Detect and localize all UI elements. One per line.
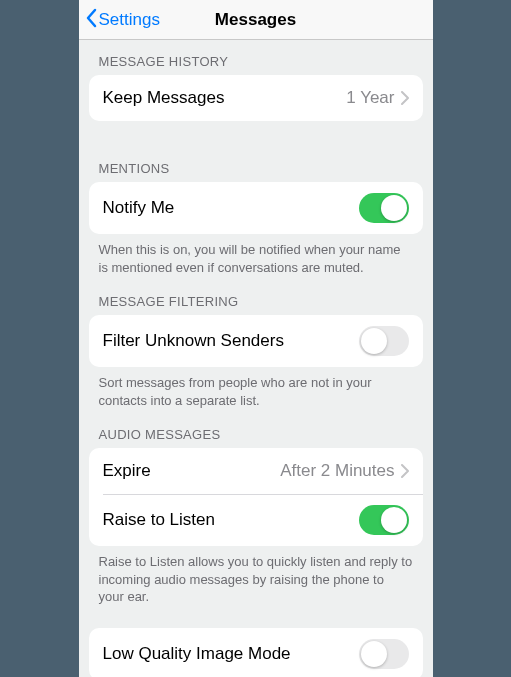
row-keep-messages[interactable]: Keep Messages 1 Year (89, 75, 423, 121)
expire-label: Expire (103, 461, 281, 481)
section-header-history: MESSAGE HISTORY (99, 54, 413, 69)
back-label: Settings (99, 10, 160, 30)
row-raise-to-listen: Raise to Listen (89, 494, 423, 546)
raise-label: Raise to Listen (103, 510, 359, 530)
page-title: Messages (215, 10, 296, 30)
group-audio: Expire After 2 Minutes Raise to Listen (89, 448, 423, 546)
filter-unknown-label: Filter Unknown Senders (103, 331, 359, 351)
chevron-left-icon (85, 8, 99, 33)
filtering-footer: Sort messages from people who are not in… (99, 374, 413, 409)
row-notify-me: Notify Me (89, 182, 423, 234)
expire-value: After 2 Minutes (280, 461, 394, 481)
section-header-audio: AUDIO MESSAGES (99, 427, 413, 442)
keep-messages-value: 1 Year (346, 88, 394, 108)
row-filter-unknown: Filter Unknown Senders (89, 315, 423, 367)
back-button[interactable]: Settings (85, 0, 160, 40)
notify-me-toggle[interactable] (359, 193, 409, 223)
section-header-mentions: MENTIONS (99, 161, 413, 176)
settings-screen: Settings Messages MESSAGE HISTORY Keep M… (79, 0, 433, 677)
navbar: Settings Messages (79, 0, 433, 40)
row-expire[interactable]: Expire After 2 Minutes (89, 448, 423, 494)
chevron-right-icon (401, 464, 409, 478)
group-history: Keep Messages 1 Year (89, 75, 423, 121)
filter-unknown-toggle[interactable] (359, 326, 409, 356)
mentions-footer: When this is on, you will be notified wh… (99, 241, 413, 276)
content-scroll[interactable]: MESSAGE HISTORY Keep Messages 1 Year MEN… (79, 40, 433, 677)
low-quality-toggle[interactable] (359, 639, 409, 669)
keep-messages-label: Keep Messages (103, 88, 347, 108)
group-filtering: Filter Unknown Senders (89, 315, 423, 367)
section-header-filtering: MESSAGE FILTERING (99, 294, 413, 309)
group-mentions: Notify Me (89, 182, 423, 234)
chevron-right-icon (401, 91, 409, 105)
low-quality-label: Low Quality Image Mode (103, 644, 359, 664)
notify-me-label: Notify Me (103, 198, 359, 218)
row-low-quality: Low Quality Image Mode (89, 628, 423, 677)
audio-footer: Raise to Listen allows you to quickly li… (99, 553, 413, 606)
group-image-mode: Low Quality Image Mode (89, 628, 423, 677)
raise-toggle[interactable] (359, 505, 409, 535)
